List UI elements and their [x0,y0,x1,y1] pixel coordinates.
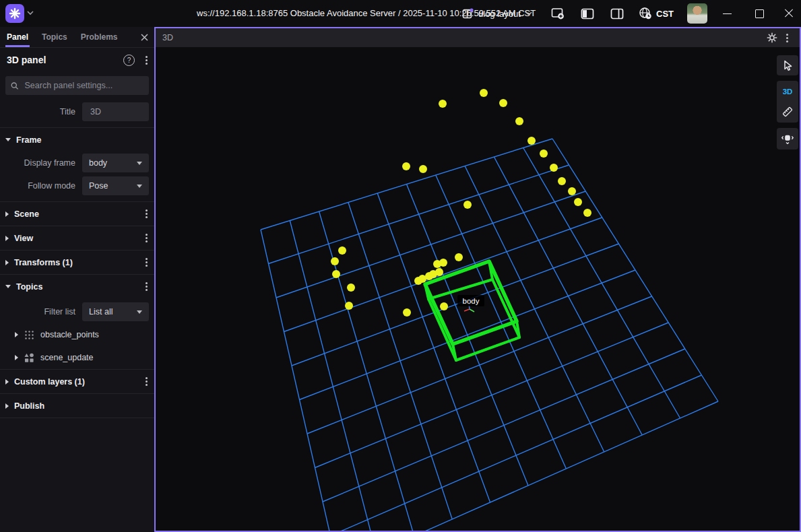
filter-list-value: List all [89,307,137,317]
app-menu-button[interactable] [5,4,24,23]
obstacle-point [499,99,507,107]
layout-unsaved-dot [470,8,473,11]
obstacle-point [515,117,523,125]
shapes-icon [24,353,34,363]
obstacle-point [455,253,463,261]
layout-menu[interactable]: ulog layout [462,5,532,22]
right-sidebar-icon [610,8,624,20]
display-frame-value: body [89,158,137,168]
topics-menu-icon[interactable] [146,286,148,288]
transforms-menu-icon[interactable] [146,261,148,263]
section-scene-label: Scene [14,209,146,219]
topic-row-obstacle-points[interactable]: obstacle_points [0,323,154,346]
sidebar-close-button[interactable] [140,32,149,44]
scene-viewport[interactable]: body 3D [156,47,800,531]
obstacle-point [583,209,591,217]
section-view[interactable]: View [0,226,154,250]
filter-list-select[interactable]: List all [82,302,149,321]
grid-line [494,157,642,435]
gear-icon [767,32,777,43]
frame-label: body [463,297,480,305]
chevron-down-icon [137,185,142,188]
kebab-menu-icon [786,37,788,39]
select-tool-button[interactable] [777,55,798,75]
grid-line [261,230,338,531]
scene-menu-icon[interactable] [146,213,148,215]
window-maximize-button[interactable] [748,0,771,27]
panel-settings-menu-icon[interactable] [146,59,148,61]
obstacle-point [433,260,441,268]
section-publish[interactable]: Publish [0,393,154,418]
search-input[interactable] [24,80,143,91]
left-sidebar-icon [581,8,594,20]
obstacle-point [540,149,548,158]
panel-menu-button[interactable] [781,28,793,47]
follow-mode-select[interactable]: Pose [82,176,149,195]
camera-follow-button[interactable] [777,128,798,149]
scene-canvas: body [156,47,800,531]
pointer-cursor-icon [783,60,793,71]
section-custom-layers[interactable]: Custom layers (1) [0,369,154,393]
titlebar: ws://192.168.1.18:8765 Obstacle Avoidanc… [0,0,801,27]
obstacle-point [527,137,536,145]
section-topics[interactable]: Topics [0,274,154,298]
title-input[interactable] [89,106,142,117]
chevron-down-icon [5,138,11,141]
view-menu-icon[interactable] [146,237,148,239]
grid-line [331,375,702,531]
grid-line [523,148,680,419]
obstacle-point [440,302,448,310]
panel-settings-header: 3D panel ? [0,48,154,72]
tab-panel[interactable]: Panel [0,27,35,47]
section-frame[interactable]: Frame [0,127,154,152]
section-transforms[interactable]: Transforms (1) [0,250,154,274]
right-sidebar-toggle[interactable] [609,5,625,22]
grid-line [315,323,669,468]
panel-3d: 3D body 3D [154,27,801,532]
sidebar-tabbar: Panel Topics Problems [0,27,154,48]
panel-3d-title: 3D [162,33,763,42]
obstacle-point [331,257,339,265]
measure-tool-button[interactable] [781,102,794,121]
help-icon[interactable]: ? [123,55,135,66]
camera-pan-icon [781,132,794,145]
section-publish-label: Publish [14,401,148,411]
add-panel-button[interactable] [550,5,566,22]
app-menu-chevron-icon[interactable] [27,11,34,15]
panel-3d-header[interactable]: 3D [156,28,800,47]
obstacle-point [574,198,582,206]
section-scene[interactable]: Scene [0,201,154,226]
title-field-row: Title [0,100,154,127]
layout-icon [462,8,474,20]
close-icon [784,9,794,18]
camera-tools-group: 3D [777,81,798,123]
filter-list-row: Filter list List all [0,298,154,323]
left-sidebar-toggle[interactable] [579,5,596,22]
follow-mode-row: Follow mode Pose [0,174,154,201]
section-frame-label: Frame [16,135,148,145]
foxglove-logo-icon [9,7,21,20]
section-transforms-label: Transforms (1) [14,258,146,267]
tab-topics[interactable]: Topics [35,27,74,47]
panel-settings-button[interactable] [763,28,781,47]
obstacle-point [347,284,355,292]
window-close-button[interactable] [777,0,800,27]
grid-line [436,175,567,469]
custom-layers-menu-icon[interactable] [146,380,148,383]
chevron-down-icon [5,285,11,288]
topic-row-scene-update[interactable]: scene_update [0,346,154,369]
layout-chevron-icon [525,11,532,16]
timezone-button[interactable]: CST [639,5,674,22]
display-frame-select[interactable]: body [82,154,149,172]
camera-mode-toggle[interactable]: 3D [783,82,793,101]
obstacle-point [568,187,576,195]
title-field-label: Title [0,107,82,117]
tab-problems[interactable]: Problems [74,27,125,47]
follow-mode-value: Pose [89,181,137,191]
user-avatar[interactable] [687,3,707,24]
window-minimize-button[interactable] [715,0,738,27]
search-row [0,72,154,100]
grid-line [307,296,652,434]
topic-name: obstacle_points [40,330,99,339]
divider [0,418,154,418]
